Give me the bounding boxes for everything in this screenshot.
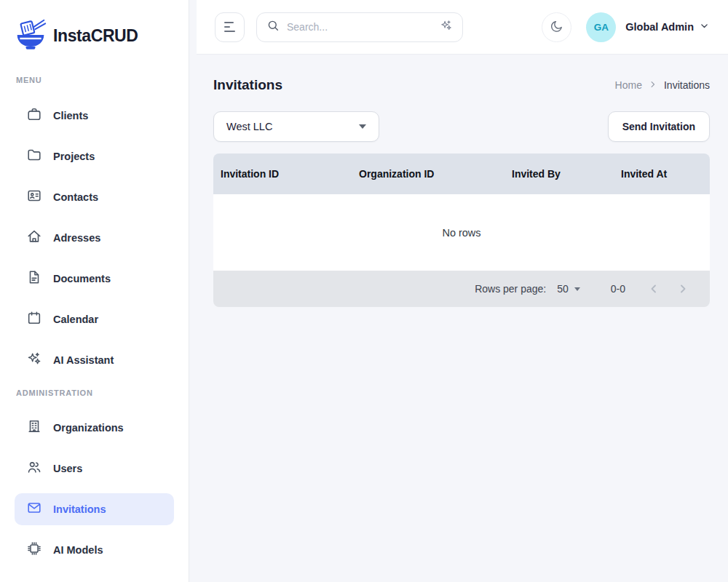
topbar: GA Global Admin	[197, 0, 728, 55]
rows-per-page-value: 50	[557, 283, 569, 295]
sidebar-item-ai-models[interactable]: AI Models	[15, 534, 174, 566]
sidebar-item-calendar[interactable]: Calendar	[15, 303, 174, 335]
breadcrumb-home-link[interactable]: Home	[615, 79, 642, 91]
sidebar-item-label: Documents	[53, 273, 111, 284]
sidebar-item-label: Calendar	[53, 314, 98, 325]
administration-section-label: ADMINISTRATION	[16, 388, 189, 397]
main-area: GA Global Admin Invitations Home Invitat…	[189, 0, 728, 582]
topbar-right: GA Global Admin	[542, 12, 709, 42]
admin-nav: Organizations Users Invitations AI Model…	[0, 412, 189, 566]
table-header-row: Invitation ID Organization ID Invited By…	[213, 154, 710, 194]
table-body: No rows	[213, 194, 710, 271]
previous-page-button[interactable]	[641, 276, 666, 301]
page-head: Invitations Home Invitations	[213, 74, 710, 96]
sidebar-item-projects[interactable]: Projects	[15, 140, 174, 172]
sidebar-item-ai-assistant[interactable]: AI Assistant	[15, 344, 174, 376]
send-invitation-button[interactable]: Send Invitation	[608, 111, 710, 142]
invitations-table: Invitation ID Organization ID Invited By…	[213, 154, 710, 307]
menu-section-label: MENU	[16, 76, 189, 84]
noodle-bowl-logo-icon	[15, 18, 47, 53]
search-box	[256, 12, 463, 42]
briefcase-icon	[26, 106, 42, 125]
user-name: Global Admin	[625, 21, 694, 33]
ai-sparkles-icon[interactable]	[440, 19, 453, 35]
sidebar-item-documents[interactable]: Documents	[15, 263, 174, 295]
users-icon	[26, 459, 42, 478]
calendar-icon	[26, 310, 42, 329]
building-icon	[26, 418, 42, 437]
column-header-invited-at[interactable]: Invited At	[614, 168, 710, 180]
chip-icon	[26, 541, 42, 559]
sidebar-item-label: Invitations	[53, 503, 106, 515]
contact-card-icon	[26, 188, 42, 207]
sidebar-item-label: AI Models	[53, 544, 103, 556]
search-icon	[266, 19, 280, 36]
rows-per-page-select[interactable]: 50	[557, 283, 580, 295]
document-icon	[26, 269, 42, 288]
search-input[interactable]	[287, 21, 433, 33]
rows-per-page-label: Rows per page:	[475, 283, 546, 295]
sidebar-toggle-button[interactable]	[215, 12, 245, 42]
organization-select[interactable]: West LLC	[213, 111, 379, 142]
actions-row: West LLC Send Invitation	[213, 111, 710, 142]
next-page-button[interactable]	[670, 276, 695, 301]
sidebar-item-label: Clients	[53, 110, 88, 121]
sidebar-item-clients[interactable]: Clients	[15, 100, 174, 132]
column-header-invitation-id[interactable]: Invitation ID	[213, 168, 352, 180]
sidebar-item-users[interactable]: Users	[15, 453, 174, 485]
sidebar-item-adresses[interactable]: Adresses	[15, 222, 174, 254]
sparkles-icon	[26, 351, 42, 370]
home-icon	[26, 228, 42, 247]
envelope-icon	[26, 500, 42, 519]
folder-icon	[26, 147, 42, 166]
main-nav: Clients Projects Contacts Adresses Docum…	[0, 100, 189, 376]
breadcrumb-current: Invitations	[664, 79, 710, 91]
logo[interactable]: InstaCRUD	[0, 0, 189, 51]
pagination-range: 0-0	[611, 283, 625, 295]
sidebar-item-label: Adresses	[53, 232, 100, 244]
organization-select-value: West LLC	[226, 121, 272, 132]
avatar[interactable]: GA	[586, 12, 616, 42]
empty-state-text: No rows	[442, 227, 480, 239]
caret-down-icon	[574, 287, 580, 291]
sidebar-item-contacts[interactable]: Contacts	[15, 181, 174, 213]
sidebar-item-label: Projects	[53, 151, 95, 162]
column-header-invited-by[interactable]: Invited By	[505, 168, 614, 180]
moon-icon	[550, 19, 564, 36]
table-footer: Rows per page: 50 0-0	[213, 271, 710, 307]
sidebar-item-label: Users	[53, 463, 82, 474]
content: Invitations Home Invitations West LLC Se…	[189, 55, 728, 307]
dark-mode-toggle[interactable]	[542, 12, 571, 42]
column-header-organization-id[interactable]: Organization ID	[352, 168, 505, 180]
sidebar-item-label: Contacts	[53, 191, 98, 203]
sidebar: InstaCRUD MENU Clients Projects Contacts…	[0, 0, 189, 582]
app-title: InstaCRUD	[53, 26, 138, 46]
caret-down-icon	[359, 124, 366, 129]
app-root: InstaCRUD MENU Clients Projects Contacts…	[0, 0, 728, 582]
chevron-down-icon	[700, 20, 709, 33]
breadcrumb: Home Invitations	[615, 79, 710, 91]
chevron-right-icon	[649, 79, 657, 91]
sidebar-item-label: AI Assistant	[53, 354, 114, 366]
page-title: Invitations	[213, 77, 282, 93]
menu-icon	[224, 22, 235, 32]
sidebar-item-organizations[interactable]: Organizations	[15, 412, 174, 444]
sidebar-item-label: Organizations	[53, 422, 124, 434]
user-menu[interactable]: Global Admin	[625, 20, 709, 33]
sidebar-item-invitations[interactable]: Invitations	[15, 493, 174, 525]
